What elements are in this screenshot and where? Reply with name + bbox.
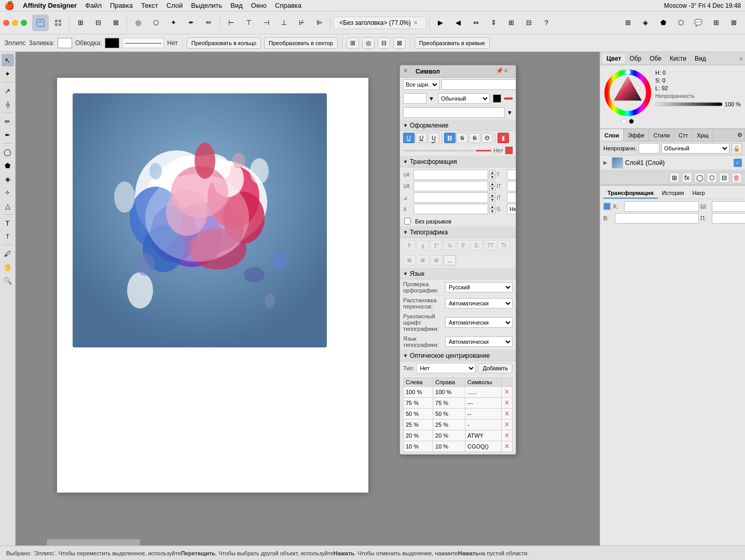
tool-select[interactable]: ↖ bbox=[2, 54, 14, 66]
opacity-slider[interactable] bbox=[655, 102, 723, 106]
underline-btn-2[interactable]: U bbox=[416, 133, 427, 143]
spell-check-select[interactable]: Русский bbox=[445, 282, 513, 292]
toolbar-sym5[interactable]: ⊞ bbox=[503, 15, 519, 31]
stroke-color-swatch[interactable] bbox=[105, 38, 119, 48]
toolbar-sym2[interactable]: ◀ bbox=[450, 15, 466, 31]
tool-node[interactable]: ✦ bbox=[2, 67, 14, 80]
toolbar-align6[interactable]: ⊫ bbox=[311, 15, 327, 31]
typo-smallcaps-btn[interactable]: Tт bbox=[498, 240, 510, 250]
typography-section-header[interactable]: ▼ Типографика bbox=[400, 227, 516, 238]
tab-view[interactable]: Вид bbox=[691, 54, 710, 63]
tab-stt[interactable]: Стт bbox=[674, 129, 693, 141]
opacity-layers-input[interactable]: 100 bbox=[639, 143, 659, 153]
optical-right-input-0[interactable] bbox=[434, 387, 464, 397]
optical-left-input-4[interactable] bbox=[405, 431, 432, 440]
optical-left-input-3[interactable] bbox=[405, 420, 432, 429]
tool-triangle[interactable]: △ bbox=[2, 200, 14, 212]
font-script-select[interactable]: Автоматически bbox=[445, 317, 513, 328]
formatting-section-header[interactable]: ▼ Оформление bbox=[400, 120, 516, 131]
toolbar-align3[interactable]: ⊣ bbox=[258, 15, 274, 31]
toolbar-shape3[interactable]: ✦ bbox=[165, 15, 182, 31]
typo-ord-btn[interactable]: 1° bbox=[430, 240, 443, 250]
typo-caps-btn[interactable]: TT bbox=[484, 240, 496, 250]
no-breaks-checkbox[interactable] bbox=[404, 218, 411, 225]
tab-hrsch[interactable]: Хрщ bbox=[693, 129, 713, 141]
prop-icon3[interactable]: ⊟ bbox=[378, 37, 390, 49]
toolbar-grid2[interactable]: ⊟ bbox=[90, 15, 106, 31]
toolbar-sym1[interactable]: ▶ bbox=[432, 15, 449, 31]
angle-input[interactable]: 0 ° bbox=[507, 170, 516, 180]
font-style-select[interactable]: Обычный bbox=[438, 93, 490, 104]
tab-brushes[interactable]: Кисти bbox=[666, 54, 691, 63]
tool-text[interactable]: T bbox=[2, 217, 14, 229]
language-section-header[interactable]: ▼ Язык bbox=[400, 268, 516, 279]
bold-s-btn[interactable]: B bbox=[444, 133, 456, 143]
underline-btn-3[interactable]: U bbox=[428, 133, 439, 143]
font-color-red-swatch[interactable] bbox=[504, 97, 513, 100]
tab-transform[interactable]: Трансформация bbox=[603, 188, 658, 199]
format-color-red-btn[interactable]: ▮ bbox=[498, 133, 509, 143]
toolbar-shape2[interactable]: ⬡ bbox=[147, 15, 164, 31]
typo-cmd2-btn[interactable]: ⌘ bbox=[417, 255, 429, 265]
toolbar-align4[interactable]: ⊥ bbox=[275, 15, 292, 31]
optical-left-input-0[interactable] bbox=[405, 387, 432, 397]
duplicate-layer-icon[interactable]: ⊟ bbox=[719, 173, 729, 183]
toolbar-more2[interactable]: ◈ bbox=[637, 15, 654, 31]
tool-pen[interactable]: ✒ bbox=[2, 129, 14, 141]
tool-crop[interactable]: ↗ bbox=[2, 85, 14, 97]
toolbar-sym3[interactable]: ⇔ bbox=[467, 15, 484, 31]
leading-spinner[interactable]: ▲ ▼ bbox=[489, 204, 495, 214]
toolbar-grid3[interactable]: ⊠ bbox=[107, 15, 124, 31]
tab-load[interactable]: Нагр bbox=[688, 188, 709, 199]
typo-cmd1-btn[interactable]: ⌘ bbox=[403, 255, 416, 265]
toolbar-more6[interactable]: ⊞ bbox=[708, 15, 724, 31]
fill-color-swatch[interactable] bbox=[58, 38, 72, 48]
stroke-preview[interactable] bbox=[122, 38, 164, 48]
size-dropdown-icon[interactable]: ▼ bbox=[429, 95, 434, 102]
optical-sym-input-2[interactable] bbox=[466, 409, 500, 418]
optical-left-input-5[interactable] bbox=[405, 442, 432, 451]
lock-icon[interactable]: 🔒 bbox=[732, 143, 742, 153]
typo-more-btn[interactable]: ... bbox=[444, 255, 456, 265]
document-title-tab[interactable]: <Без заголовка> (77.0%) ✕ bbox=[333, 17, 426, 29]
typo-frac-btn[interactable]: ʒ bbox=[417, 240, 429, 250]
prop-icon2[interactable]: ◎ bbox=[362, 37, 375, 49]
color-wheel-widget[interactable] bbox=[604, 69, 651, 124]
no-style-input[interactable]: [Без стиля] bbox=[403, 107, 505, 118]
toolbar-pen2[interactable]: ✏ bbox=[200, 15, 217, 31]
layer-row-1[interactable]: ▶ Слой1 (Слой) ✓ bbox=[600, 156, 745, 170]
typo-sub-btn[interactable]: S. bbox=[471, 240, 483, 250]
w-input[interactable]: 8,8 mm bbox=[712, 201, 745, 212]
menu-file[interactable]: Файл bbox=[85, 2, 102, 9]
tool-pencil[interactable]: ✏ bbox=[2, 115, 14, 128]
font-color-swatch[interactable] bbox=[493, 94, 501, 103]
symbol-close-btn[interactable]: ✕ bbox=[403, 67, 411, 76]
tracking-input[interactable]: (0 %) bbox=[413, 170, 488, 180]
prop-icon1[interactable]: ⊞ bbox=[347, 37, 359, 49]
s-value-select[interactable]: Нет bbox=[507, 204, 516, 214]
tab-layers[interactable]: Слои bbox=[600, 129, 624, 141]
toolbar-align5[interactable]: ⊬ bbox=[293, 15, 310, 31]
optical-right-input-4[interactable] bbox=[434, 431, 464, 440]
tab-history[interactable]: История bbox=[658, 188, 688, 199]
tab-obr[interactable]: Обр bbox=[625, 54, 645, 63]
white-swatch[interactable] bbox=[622, 119, 627, 124]
optical-delete-btn-3[interactable]: × bbox=[503, 421, 511, 429]
strike-btn-2[interactable]: S bbox=[469, 133, 480, 143]
delete-layer-icon[interactable]: 🗑 bbox=[732, 173, 742, 183]
optical-delete-btn-4[interactable]: × bbox=[503, 431, 511, 440]
hyphenation-select[interactable]: Автоматически bbox=[445, 298, 513, 309]
toolbar-mode-pixel[interactable] bbox=[50, 15, 66, 31]
optical-delete-btn-2[interactable]: × bbox=[503, 410, 511, 418]
tab-obe[interactable]: Обе bbox=[645, 54, 666, 63]
optical-left-input-1[interactable] bbox=[405, 398, 432, 408]
toolbar-more3[interactable]: ⬟ bbox=[655, 15, 671, 31]
black-swatch[interactable] bbox=[629, 119, 634, 124]
toolbar-align2[interactable]: ⊤ bbox=[240, 15, 257, 31]
optical-right-input-3[interactable] bbox=[434, 420, 464, 429]
typo-fi-btn[interactable]: fi bbox=[403, 240, 416, 250]
tracking-spinner[interactable]: ▲ ▼ bbox=[489, 170, 495, 179]
symbol-pin-btn[interactable]: 📌 bbox=[496, 67, 504, 76]
optical-add-btn[interactable]: Добавить bbox=[478, 363, 513, 373]
circle-btn[interactable]: Θ bbox=[481, 133, 493, 143]
